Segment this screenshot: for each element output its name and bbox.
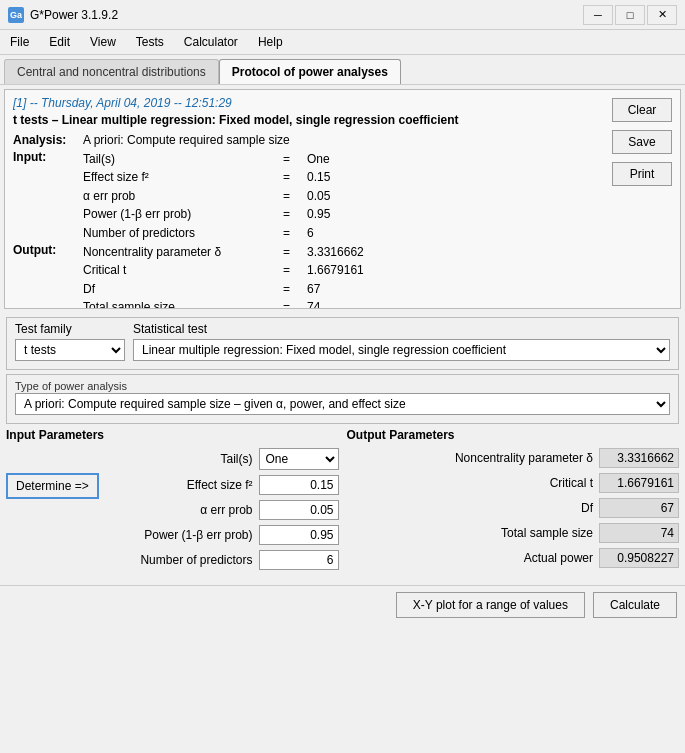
- df-value: 67: [599, 498, 679, 518]
- actual-power-value: 0.9508227: [599, 548, 679, 568]
- noncent-value: 3.3316662: [599, 448, 679, 468]
- test-type-label: t tests: [13, 113, 48, 127]
- title-bar: Ga G*Power 3.1.9.2 ─ □ ✕: [0, 0, 685, 30]
- output-label: Output:: [13, 243, 83, 309]
- print-button[interactable]: Print: [612, 162, 672, 186]
- tab-central[interactable]: Central and noncentral distributions: [4, 59, 219, 84]
- output-rows: Noncentrality parameter δ = 3.3316662 Cr…: [83, 243, 407, 309]
- df-label: Df: [347, 501, 600, 515]
- input-rows: Tail(s) = One Effect size f² = 0.15 α er…: [83, 150, 407, 243]
- power-analysis-select[interactable]: A priori: Compute required sample size –…: [15, 393, 670, 415]
- menu-item-calculator[interactable]: Calculator: [174, 32, 248, 52]
- out-row-noncent: Noncentrality parameter δ 3.3316662: [347, 448, 680, 468]
- critical-t-label: Critical t: [347, 476, 600, 490]
- tails-select[interactable]: One Two: [259, 448, 339, 470]
- protocol-title: t tests – Linear multiple regression: Fi…: [13, 113, 672, 127]
- menu-item-file[interactable]: File: [0, 32, 39, 52]
- test-family-group: Test family t tests F tests z tests χ² t…: [15, 322, 125, 361]
- stat-test-label: Statistical test: [133, 322, 670, 336]
- power-label: Power (1-β err prob): [6, 528, 259, 542]
- power-input[interactable]: [259, 525, 339, 545]
- side-buttons: Clear Save Print: [612, 98, 672, 186]
- param-row-alpha: α err prob: [6, 500, 339, 520]
- param-row-tails: Tail(s) One Two: [6, 448, 339, 470]
- out-row-total-sample: Total sample size 74: [347, 523, 680, 543]
- total-sample-label: Total sample size: [347, 526, 600, 540]
- alpha-input[interactable]: [259, 500, 339, 520]
- protocol-row-critical-t: Critical t = 1.6679161: [83, 261, 407, 280]
- protocol-analysis-row: Analysis: A priori: Compute required sam…: [13, 131, 672, 150]
- window-controls: ─ □ ✕: [583, 5, 677, 25]
- app-icon: Ga: [8, 7, 24, 23]
- menu-item-edit[interactable]: Edit: [39, 32, 80, 52]
- test-row: Test family t tests F tests z tests χ² t…: [15, 322, 670, 361]
- determine-button[interactable]: Determine =>: [6, 473, 99, 499]
- effect-size-input[interactable]: [259, 475, 339, 495]
- params-section: Input Parameters Tail(s) One Two Determi…: [6, 428, 679, 575]
- out-row-actual-power: Actual power 0.9508227: [347, 548, 680, 568]
- out-row-critical-t: Critical t 1.6679161: [347, 473, 680, 493]
- output-params: Output Parameters Noncentrality paramete…: [347, 428, 680, 575]
- xy-plot-button[interactable]: X-Y plot for a range of values: [396, 592, 585, 618]
- power-analysis-label: Type of power analysis: [15, 380, 127, 392]
- clear-button[interactable]: Clear: [612, 98, 672, 122]
- input-label: Input:: [13, 150, 83, 243]
- stat-test-group: Statistical test Linear multiple regress…: [133, 322, 670, 361]
- tab-bar: Central and noncentral distributions Pro…: [0, 55, 685, 85]
- tails-label: Tail(s): [6, 452, 259, 466]
- out-row-df: Df 67: [347, 498, 680, 518]
- predictors-label: Number of predictors: [6, 553, 259, 567]
- protocol-panel: [1] -- Thursday, April 04, 2019 -- 12:51…: [4, 89, 681, 309]
- calculate-button[interactable]: Calculate: [593, 592, 677, 618]
- stat-test-select[interactable]: Linear multiple regression: Fixed model,…: [133, 339, 670, 361]
- power-analysis-row: A priori: Compute required sample size –…: [15, 393, 670, 415]
- analysis-label: Analysis:: [13, 131, 83, 150]
- input-params-title: Input Parameters: [6, 428, 339, 442]
- alpha-label: α err prob: [6, 503, 259, 517]
- menu-item-view[interactable]: View: [80, 32, 126, 52]
- protocol-row-tails: Tail(s) = One: [83, 150, 407, 169]
- protocol-row-total-sample: Total sample size = 74: [83, 298, 407, 309]
- save-button[interactable]: Save: [612, 130, 672, 154]
- analysis-value: A priori: Compute required sample size: [83, 131, 290, 150]
- minimize-button[interactable]: ─: [583, 5, 613, 25]
- noncent-label: Noncentrality parameter δ: [347, 451, 600, 465]
- menu-item-help[interactable]: Help: [248, 32, 293, 52]
- menu-item-tests[interactable]: Tests: [126, 32, 174, 52]
- test-family-label: Test family: [15, 322, 125, 336]
- param-row-predictors: Number of predictors: [6, 550, 339, 570]
- actual-power-label: Actual power: [347, 551, 600, 565]
- protocol-input-section: Input: Tail(s) = One Effect size f² = 0.…: [13, 150, 672, 243]
- bottom-bar: X-Y plot for a range of values Calculate: [0, 585, 685, 623]
- protocol-row-noncent: Noncentrality parameter δ = 3.3316662: [83, 243, 407, 262]
- protocol-row-power: Power (1-β err prob) = 0.95: [83, 205, 407, 224]
- input-params: Input Parameters Tail(s) One Two Determi…: [6, 428, 339, 575]
- total-sample-value: 74: [599, 523, 679, 543]
- protocol-row-predictors: Number of predictors = 6: [83, 224, 407, 243]
- critical-t-value: 1.6679161: [599, 473, 679, 493]
- maximize-button[interactable]: □: [615, 5, 645, 25]
- effect-label: Effect size f²: [86, 478, 259, 492]
- test-family-select[interactable]: t tests F tests z tests χ² tests: [15, 339, 125, 361]
- predictors-input[interactable]: [259, 550, 339, 570]
- app-title: G*Power 3.1.9.2: [30, 8, 583, 22]
- protocol-row-alpha: α err prob = 0.05: [83, 187, 407, 206]
- protocol-output-section: Output: Noncentrality parameter δ = 3.33…: [13, 243, 672, 309]
- protocol-row-effect: Effect size f² = 0.15: [83, 168, 407, 187]
- tab-protocol[interactable]: Protocol of power analyses: [219, 59, 401, 84]
- power-analysis-section: Type of power analysis A priori: Compute…: [6, 374, 679, 424]
- protocol-header: [1] -- Thursday, April 04, 2019 -- 12:51…: [13, 96, 672, 110]
- output-params-title: Output Parameters: [347, 428, 680, 442]
- main-controls: Test family t tests F tests z tests χ² t…: [0, 313, 685, 623]
- test-section: Test family t tests F tests z tests χ² t…: [6, 317, 679, 370]
- param-row-power: Power (1-β err prob): [6, 525, 339, 545]
- close-button[interactable]: ✕: [647, 5, 677, 25]
- menu-bar: FileEditViewTestsCalculatorHelp: [0, 30, 685, 55]
- test-desc: – Linear multiple regression: Fixed mode…: [52, 113, 459, 127]
- param-row-effect: Determine => Effect size f²: [6, 475, 339, 495]
- protocol-row-df: Df = 67: [83, 280, 407, 299]
